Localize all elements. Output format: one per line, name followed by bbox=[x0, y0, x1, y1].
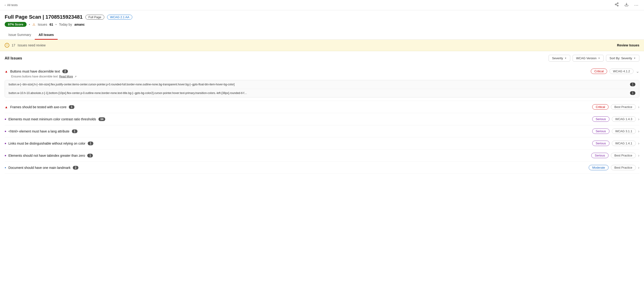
download-icon bbox=[624, 3, 628, 7]
issue-count: 2 bbox=[73, 166, 78, 170]
expand-button[interactable]: ⌄ bbox=[636, 69, 639, 74]
issue-count: 1 bbox=[69, 105, 74, 109]
wcag-version-badge: Best Practice bbox=[611, 165, 636, 170]
chevron-left-icon: ‹ bbox=[5, 3, 6, 7]
issue-name: Elements should not have tabindex greate… bbox=[8, 154, 85, 157]
issue-right: Critical Best Practice › bbox=[592, 104, 639, 110]
svg-point-2 bbox=[617, 5, 618, 6]
chevron-right-icon: › bbox=[638, 105, 639, 109]
serious-severity-badge: Serious bbox=[591, 153, 608, 158]
review-info-icon: ! bbox=[5, 43, 9, 47]
warning-icon: ⚠ bbox=[32, 23, 36, 26]
serious-square-icon: ■ bbox=[5, 130, 6, 132]
issue-right: Serious WCAG 1.4.3 › bbox=[592, 116, 639, 122]
issue-left: ■ Elements must meet minimum color contr… bbox=[5, 117, 592, 121]
sort-filter-label: Sort By: Severity bbox=[610, 56, 632, 60]
chevron-right-icon: › bbox=[638, 129, 639, 133]
issue-main-row: ■ Links must be distinguishable without … bbox=[5, 141, 639, 146]
issue-item: ■ <html> element must have a lang attrib… bbox=[5, 125, 639, 137]
issue-name: Document should have one main landmark bbox=[8, 166, 70, 170]
share-button[interactable] bbox=[614, 1, 620, 9]
issues-label: Issues bbox=[38, 23, 47, 26]
tabs: Issue Summary All Issues bbox=[0, 30, 644, 40]
more-button[interactable]: ⋯ bbox=[633, 2, 639, 9]
sort-filter-chevron: ▼ bbox=[634, 57, 636, 59]
subitem-count: 1 bbox=[630, 91, 635, 95]
issue-count: 1 bbox=[72, 129, 78, 133]
table-row: button.w-10.h-10.absolute.z-[-1].bottom-… bbox=[5, 89, 639, 97]
wcag-version-filter[interactable]: WCAG Version ▼ bbox=[572, 55, 604, 61]
svg-line-4 bbox=[616, 3, 617, 4]
issue-main-row: ● Document should have one main landmark… bbox=[5, 165, 639, 170]
issue-name: <html> element must have a lang attribut… bbox=[8, 129, 69, 133]
review-issues-link[interactable]: Review Issues bbox=[617, 43, 639, 47]
chevron-right-icon: › bbox=[638, 153, 639, 158]
issue-name: Frames should be tested with axe-core bbox=[10, 105, 66, 109]
severity-filter-chevron: ▼ bbox=[564, 57, 567, 59]
dot-separator-2: • bbox=[56, 23, 57, 26]
serious-square-icon: ■ bbox=[5, 118, 6, 120]
subitem-selector: button.w-[--btn-size].h-[--btn-size].fle… bbox=[9, 83, 234, 86]
chevron-right-icon: › bbox=[638, 166, 639, 170]
critical-severity-badge: Critical bbox=[592, 104, 608, 110]
svg-line-3 bbox=[616, 5, 617, 5]
serious-severity-badge: Serious bbox=[592, 128, 610, 134]
issue-item: ■ Elements must meet minimum color contr… bbox=[5, 113, 639, 125]
wcag-version-badge: Best Practice bbox=[611, 104, 636, 110]
wcag-version-filter-label: WCAG Version bbox=[576, 56, 596, 60]
top-bar-actions: ⋯ bbox=[614, 1, 639, 9]
issue-left: ▲ Frames should be tested with axe-core … bbox=[5, 105, 592, 109]
header-title-row: Full Page Scan | 1708515923481 Full Page… bbox=[5, 14, 639, 20]
chevron-right-icon: › bbox=[638, 117, 639, 121]
issue-count: 1 bbox=[87, 154, 93, 157]
subitem-selector: button.w-10.h-10.absolute.z-[-1].bottom-… bbox=[9, 91, 247, 95]
wcag-version-badge: WCAG 4.1.2 bbox=[610, 69, 634, 74]
issue-item: ▲ Frames should be tested with axe-core … bbox=[5, 101, 639, 113]
back-link[interactable]: ‹ All tests bbox=[5, 3, 18, 7]
moderate-severity-badge: Moderate bbox=[589, 165, 608, 170]
issue-right: Serious WCAG 1.4.1 › bbox=[592, 141, 639, 146]
tab-all-issues[interactable]: All Issues bbox=[35, 30, 58, 40]
top-bar: ‹ All tests ⋯ bbox=[0, 0, 644, 10]
issues-count: 61 bbox=[50, 23, 53, 26]
issue-count: 2 bbox=[62, 69, 68, 73]
issue-count: 1 bbox=[88, 142, 93, 145]
issue-item: ■ Elements should not have tabindex grea… bbox=[5, 149, 639, 162]
issue-main-row: ■ <html> element must have a lang attrib… bbox=[5, 128, 639, 134]
issue-left: ▲ Buttons must have discernible text 2 bbox=[5, 69, 591, 73]
severity-filter-label: Severity bbox=[552, 56, 563, 60]
wcag-version-badge: WCAG 1.4.1 bbox=[612, 141, 636, 146]
meta-row: 97% Score • ⚠ Issues 61 • Today by amanc bbox=[5, 22, 639, 27]
issue-item: ● Document should have one main landmark… bbox=[5, 162, 639, 174]
download-button[interactable] bbox=[624, 1, 630, 9]
issue-item: ■ Links must be distinguishable without … bbox=[5, 137, 639, 149]
issue-right: Serious WCAG 3.1.1 › bbox=[592, 128, 639, 134]
critical-severity-badge: Critical bbox=[591, 69, 607, 74]
author: amanc bbox=[74, 23, 85, 26]
issue-list: ▲ Buttons must have discernible text 2 C… bbox=[5, 65, 639, 174]
dot-separator: • bbox=[29, 23, 30, 26]
issue-main-row: ■ Elements should not have tabindex grea… bbox=[5, 153, 639, 158]
issue-left: ● Document should have one main landmark… bbox=[5, 166, 589, 170]
issue-name: Elements must meet minimum color contras… bbox=[8, 117, 96, 121]
critical-triangle-icon: ▲ bbox=[5, 105, 8, 109]
chevron-right-icon: › bbox=[638, 141, 639, 146]
severity-filter[interactable]: Severity ▼ bbox=[548, 55, 570, 61]
serious-square-icon: ■ bbox=[5, 154, 6, 157]
sort-filter[interactable]: Sort By: Severity ▼ bbox=[606, 55, 639, 61]
review-banner-left: ! 17 Issues need review bbox=[5, 43, 46, 47]
read-more-link[interactable]: Read More bbox=[59, 75, 73, 78]
issue-left: ■ Links must be distinguishable without … bbox=[5, 142, 592, 145]
table-row: button.w-[--btn-size].h-[--btn-size].fle… bbox=[5, 80, 639, 89]
wcag-version-badge: WCAG 3.1.1 bbox=[612, 128, 636, 134]
all-issues-header: All Issues Severity ▼ WCAG Version ▼ Sor… bbox=[5, 55, 639, 61]
issue-left: ■ <html> element must have a lang attrib… bbox=[5, 129, 592, 133]
svg-point-0 bbox=[617, 3, 618, 4]
tab-issue-summary[interactable]: Issue Summary bbox=[5, 30, 35, 40]
issue-right: Serious Best Practice › bbox=[591, 153, 639, 158]
issue-desc-text: Ensures buttons have discernible text bbox=[11, 75, 58, 78]
page-title: Full Page Scan | 1708515923481 bbox=[5, 14, 82, 20]
wcag-version-badge: WCAG 1.4.3 bbox=[612, 116, 636, 122]
issue-right: Critical WCAG 4.1.2 ⌄ bbox=[591, 69, 639, 74]
all-issues-title: All Issues bbox=[5, 56, 22, 60]
